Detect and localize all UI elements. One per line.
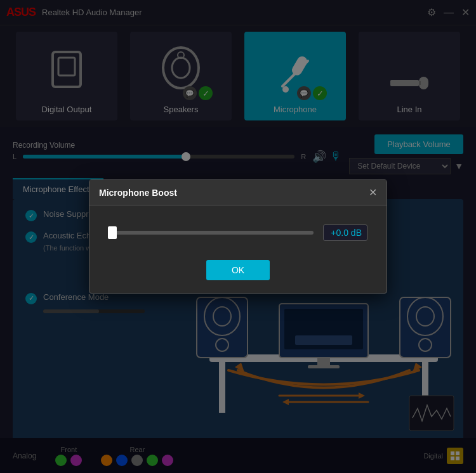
boost-slider[interactable] [109, 231, 314, 235]
modal-close-button[interactable]: ✕ [369, 186, 377, 198]
boost-value: +0.0 dB [323, 224, 367, 241]
boost-row: +0.0 dB [109, 224, 367, 241]
ok-button[interactable]: OK [206, 260, 270, 280]
modal-header: Microphone Boost ✕ [89, 180, 387, 205]
boost-slider-thumb[interactable] [108, 226, 117, 239]
modal-title: Microphone Boost [99, 188, 177, 198]
modal-footer: OK [89, 254, 387, 293]
modal-body: +0.0 dB [89, 205, 387, 254]
microphone-boost-modal: Microphone Boost ✕ +0.0 dB OK [89, 179, 387, 294]
modal-overlay[interactable]: Microphone Boost ✕ +0.0 dB OK [0, 0, 476, 473]
